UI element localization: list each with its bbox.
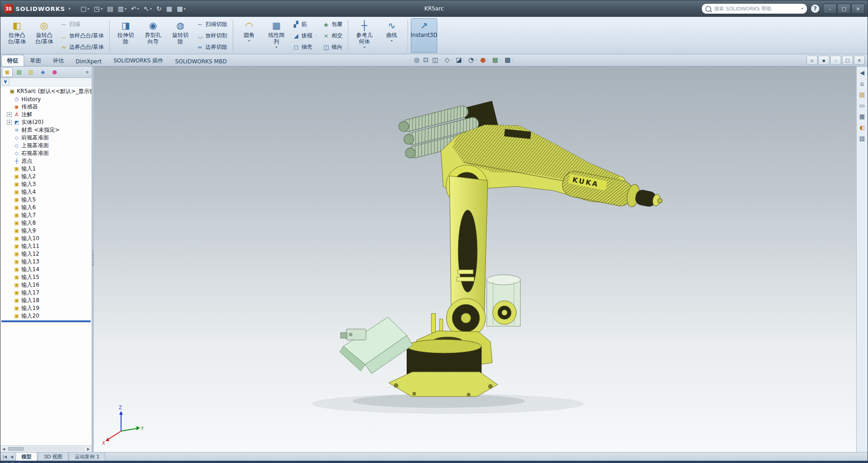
tree-item-input-18[interactable]: ▣输入18 — [0, 297, 92, 304]
swept-boss-button[interactable]: ~扫描 — [58, 19, 107, 30]
intersect-button[interactable]: ×相交 — [321, 30, 345, 41]
view-orientation-button[interactable]: ◇▾ — [443, 55, 454, 64]
tree-item-history[interactable]: ◷History — [0, 95, 92, 103]
tree-item-input-3[interactable]: ▣输入3 — [0, 180, 92, 188]
app-minimize-button[interactable]: – — [823, 4, 837, 14]
fixture-plates[interactable] — [340, 317, 412, 374]
appearances-icon[interactable]: ◐ — [858, 123, 867, 131]
solidworks-resources-icon[interactable]: ⌂ — [858, 79, 867, 87]
lofted-cut-button[interactable]: ◡放样切割 — [194, 30, 230, 41]
tab-evaluate[interactable]: 评估 — [47, 55, 70, 66]
tree-item-input-14[interactable]: ▣输入14 — [0, 266, 92, 273]
tab-dimxpert[interactable]: DimXpert — [70, 56, 107, 66]
lofted-boss-button[interactable]: ◡放样凸台/基体 — [58, 30, 107, 41]
featuremanager-tree-tab[interactable]: ▣ — [2, 67, 13, 77]
propertymanager-tab[interactable]: ▤ — [14, 67, 25, 77]
print-button[interactable]: ▥▾ — [116, 4, 128, 13]
configurationmanager-tab[interactable]: ▥ — [26, 67, 36, 77]
graphics-viewport[interactable]: KUKA — [94, 67, 856, 452]
tree-item-input-17[interactable]: ▣输入17 — [0, 289, 92, 297]
scroll-thumb[interactable] — [8, 447, 24, 451]
tree-item-input-4[interactable]: ▣输入4 — [0, 188, 92, 196]
custom-properties-icon[interactable]: ▧ — [858, 134, 867, 142]
scroll-left-icon[interactable]: ◀ — [0, 447, 7, 451]
tree-item-input-9[interactable]: ▣输入9 — [0, 227, 92, 235]
tab-solidworks-mbd[interactable]: SOLIDWORKS MBD — [169, 56, 233, 66]
prev-tab-button[interactable]: ◀ — [9, 455, 15, 459]
search-input[interactable] — [713, 5, 799, 12]
extruded-boss-button[interactable]: ◧拉伸凸台/基体 — [4, 18, 30, 53]
rebuild-button[interactable]: ↻ — [154, 4, 163, 13]
rollback-bar[interactable] — [1, 320, 91, 322]
app-menu[interactable]: 3S SOLIDWORKS ▾ — [0, 4, 74, 13]
fillet-button[interactable]: ◠圆角▾ — [236, 18, 262, 53]
doc-pin-button[interactable]: ▪ — [818, 56, 829, 65]
tree-item-input-10[interactable]: ▣输入10 — [0, 235, 92, 242]
linear-pattern-button[interactable]: ▦线性阵列▾ — [263, 18, 290, 53]
tree-item-input-6[interactable]: ▣输入6 — [0, 204, 92, 211]
open-button[interactable]: ◳▾ — [92, 4, 104, 13]
tree-item-input-11[interactable]: ▣输入11 — [0, 242, 92, 250]
tree-item-material[interactable]: ≡材质 <未指定> — [0, 126, 92, 134]
tree-item-input-19[interactable]: ▣输入19 — [0, 304, 92, 312]
search-scope-caret-icon[interactable]: ▾ — [801, 6, 803, 11]
tree-item-input-7[interactable]: ▣输入7 — [0, 211, 92, 219]
view-palette-icon[interactable]: ▦ — [858, 112, 867, 120]
tree-item-input-5[interactable]: ▣输入5 — [0, 196, 92, 204]
tree-item-input-1[interactable]: ▣输入1 — [0, 165, 92, 173]
doc-minimize-button[interactable]: – — [830, 56, 841, 65]
extruded-cut-button[interactable]: ◨拉伸切除 — [112, 18, 139, 53]
tab-sketch[interactable]: 草图 — [24, 55, 47, 66]
boundary-cut-button[interactable]: ≈边界切除 — [194, 41, 230, 52]
expand-toggle-icon[interactable]: + — [7, 120, 12, 125]
filter-funnel-icon[interactable]: ▼ — [2, 79, 9, 85]
wrap-button[interactable]: ◈包覆 — [321, 19, 345, 30]
swept-cut-button[interactable]: ~扫描切除 — [194, 19, 230, 30]
app-close-button[interactable]: × — [851, 4, 865, 14]
hole-wizard-button[interactable]: ◉异型孔向导 — [140, 18, 166, 53]
tree-item-input-12[interactable]: ▣输入12 — [0, 250, 92, 258]
doc-restore-button[interactable]: □ — [842, 56, 853, 65]
select-button[interactable]: ↖▾ — [142, 4, 153, 13]
mirror-button[interactable]: ◫镜向 — [321, 41, 345, 52]
boundary-boss-button[interactable]: ≈边界凸台/基体 — [58, 41, 107, 52]
display-style-button[interactable]: ◪▾ — [454, 55, 466, 64]
zoom-area-button[interactable]: ⊡ — [422, 55, 430, 64]
file-properties-button[interactable]: ▦ — [164, 4, 174, 13]
scroll-track[interactable] — [7, 447, 85, 451]
file-explorer-icon[interactable]: ▭ — [858, 101, 867, 109]
help-button[interactable]: ? — [811, 5, 819, 13]
dimxpertmanager-tab[interactable]: ◈ — [37, 67, 48, 77]
tree-item-top-plane[interactable]: ◇上视基准面 — [0, 142, 92, 149]
new-document-button[interactable]: ▢▾ — [79, 4, 91, 13]
tree-item-input-2[interactable]: ▣输入2 — [0, 173, 92, 180]
first-tab-button[interactable]: |◀ — [1, 455, 8, 459]
search-box[interactable]: ▾ — [701, 3, 807, 14]
save-button[interactable]: ▤ — [105, 4, 115, 13]
motion-study-tab[interactable]: 运动算例 1 — [69, 452, 106, 461]
section-view-button[interactable]: ◫▾ — [431, 55, 442, 64]
tree-item-solid-bodies[interactable]: +◩实体(20) — [0, 118, 92, 126]
tree-horizontal-scrollbar[interactable]: ◀ ▶ — [0, 445, 92, 452]
draft-button[interactable]: ◢拔模▾ — [291, 30, 320, 41]
view-settings-button[interactable]: ▩▾ — [503, 55, 515, 64]
displaymanager-tab[interactable]: ● — [49, 67, 60, 77]
shell-button[interactable]: ◻抽壳 — [291, 41, 320, 52]
tree-root-part[interactable]: ▣ KR5arc (默认<<默认>_显示状 — [0, 87, 92, 95]
hide-show-items-button[interactable]: ◔▾ — [467, 55, 478, 64]
tree-item-origin[interactable]: ┼原点 — [0, 157, 92, 165]
tree-item-input-15[interactable]: ▣输入15 — [0, 273, 92, 281]
tree-item-front-plane[interactable]: ◇前视基准面 — [0, 134, 92, 142]
rib-button[interactable]: ▞筋 — [291, 19, 320, 30]
3d-views-tab[interactable]: 3D 视图 — [38, 452, 68, 461]
expand-toggle-icon[interactable]: + — [7, 112, 12, 117]
tree-item-input-8[interactable]: ▣输入8 — [0, 219, 92, 227]
reference-geometry-button[interactable]: ┼参考几何体▾ — [351, 18, 378, 53]
tree-item-input-13[interactable]: ▣输入13 — [0, 258, 92, 266]
task-pane-collapse-icon[interactable]: ◀ — [858, 68, 867, 77]
revolved-cut-button[interactable]: ◍旋转切除 — [167, 18, 194, 53]
app-maximize-button[interactable]: □ — [837, 4, 851, 14]
design-library-icon[interactable]: ▤ — [858, 90, 867, 98]
options-button[interactable]: ▩▾ — [175, 4, 187, 13]
tree-item-input-16[interactable]: ▣输入16 — [0, 281, 92, 289]
